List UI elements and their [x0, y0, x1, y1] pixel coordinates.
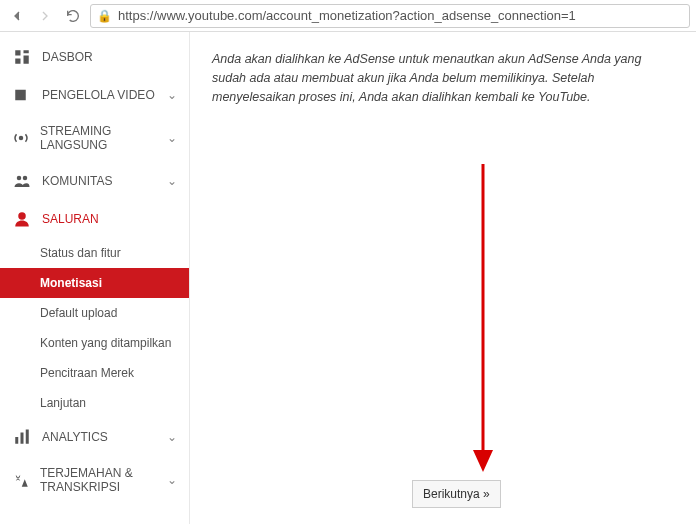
lock-icon: 🔒: [97, 9, 112, 23]
sidebar-item-pengelola-video[interactable]: PENGELOLA VIDEO ⌄: [0, 76, 189, 114]
analytics-icon: [12, 428, 32, 446]
sidebar-item-dasbor[interactable]: DASBOR: [0, 38, 189, 76]
svg-rect-3: [15, 59, 20, 64]
chevron-down-icon: ⌄: [167, 174, 177, 188]
sub-item-konten[interactable]: Konten yang ditampilkan: [0, 328, 189, 358]
chevron-down-icon: ⌄: [167, 88, 177, 102]
reload-button[interactable]: [62, 5, 84, 27]
svg-rect-0: [15, 50, 20, 55]
svg-rect-10: [15, 437, 18, 444]
live-icon: [12, 129, 30, 147]
sub-item-status[interactable]: Status dan fitur: [0, 238, 189, 268]
sidebar-item-analytics[interactable]: ANALYTICS ⌄: [0, 418, 189, 456]
next-button[interactable]: Berikutnya »: [412, 480, 501, 508]
svg-rect-11: [21, 433, 24, 444]
address-bar[interactable]: 🔒 https://www.youtube.com/account_moneti…: [90, 4, 690, 28]
forward-button[interactable]: [34, 5, 56, 27]
channel-icon: [12, 210, 32, 228]
back-button[interactable]: [6, 5, 28, 27]
sidebar-item-terjemahan[interactable]: TERJEMAHAN & TRANSKRIPSI ⌄: [0, 456, 189, 505]
svg-rect-12: [26, 430, 29, 444]
sidebar-item-label: TERJEMAHAN & TRANSKRIPSI: [40, 466, 157, 495]
translate-icon: [12, 471, 30, 489]
sidebar-item-label: DASBOR: [42, 50, 93, 64]
svg-rect-2: [24, 56, 29, 64]
sidebar-item-streaming[interactable]: STREAMING LANGSUNG ⌄: [0, 114, 189, 162]
sub-item-monetisasi[interactable]: Monetisasi: [0, 268, 189, 298]
svg-marker-14: [473, 450, 493, 472]
svg-point-9: [18, 212, 26, 220]
url-text: https://www.youtube.com/account_monetiza…: [118, 8, 576, 23]
sidebar-item-label: PENGELOLA VIDEO: [42, 88, 155, 102]
sidebar-item-saluran[interactable]: SALURAN: [0, 200, 189, 238]
dashboard-icon: [12, 48, 32, 66]
sub-item-pencitraan[interactable]: Pencitraan Merek: [0, 358, 189, 388]
sidebar: DASBOR PENGELOLA VIDEO ⌄ STREAMING LANGS…: [0, 32, 190, 524]
chevron-down-icon: ⌄: [167, 473, 177, 487]
svg-point-7: [17, 176, 22, 181]
adsense-message: Anda akan dialihkan ke AdSense untuk men…: [212, 50, 674, 106]
video-manager-icon: [12, 86, 32, 104]
sidebar-item-label: SALURAN: [42, 212, 99, 226]
sub-item-lanjutan[interactable]: Lanjutan: [0, 388, 189, 418]
community-icon: [12, 172, 32, 190]
sidebar-item-komunitas[interactable]: KOMUNITAS ⌄: [0, 162, 189, 200]
svg-point-8: [23, 176, 28, 181]
sidebar-item-label: STREAMING LANGSUNG: [40, 124, 157, 152]
annotation-arrow: [448, 154, 518, 477]
sidebar-item-label: ANALYTICS: [42, 430, 108, 444]
svg-point-6: [19, 136, 24, 141]
browser-toolbar: 🔒 https://www.youtube.com/account_moneti…: [0, 0, 696, 32]
sidebar-item-label: KOMUNITAS: [42, 174, 112, 188]
main-content: Anda akan dialihkan ke AdSense untuk men…: [190, 32, 696, 524]
sub-item-default-upload[interactable]: Default upload: [0, 298, 189, 328]
chevron-down-icon: ⌄: [167, 430, 177, 444]
page-body: DASBOR PENGELOLA VIDEO ⌄ STREAMING LANGS…: [0, 32, 696, 524]
svg-rect-1: [24, 50, 29, 53]
saluran-submenu: Status dan fitur Monetisasi Default uplo…: [0, 238, 189, 418]
chevron-down-icon: ⌄: [167, 131, 177, 145]
